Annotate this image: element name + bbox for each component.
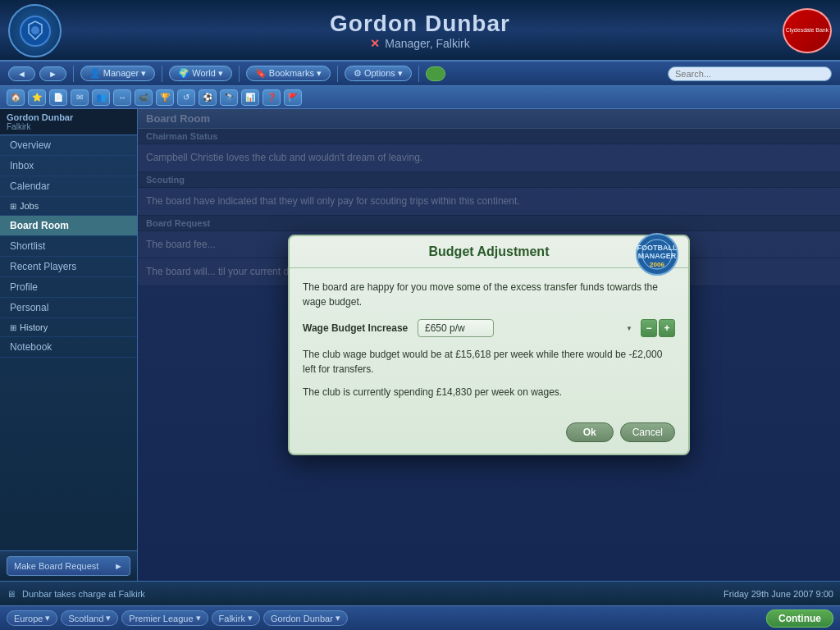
chart-toolbar-btn[interactable]: 📊 <box>241 89 259 106</box>
subtitle-cross: ✕ <box>370 37 380 50</box>
mail-toolbar-btn[interactable]: ✉ <box>71 89 89 106</box>
sidebar-item-board-room[interactable]: Board Room <box>0 216 137 236</box>
arrow-toolbar-btn[interactable]: ↔ <box>113 89 131 106</box>
modal-info-text: The club wage budget would be at £15,618… <box>303 347 675 377</box>
make-board-request-button[interactable]: Make Board Request ► <box>7 556 130 576</box>
modal-spending-text: The club is currently spending £14,830 p… <box>303 385 675 399</box>
green-status-btn[interactable] <box>426 66 445 81</box>
binoculars-toolbar-btn[interactable]: 🔭 <box>220 89 238 106</box>
modal-ok-button[interactable]: Ok <box>566 422 614 442</box>
player-name: Gordon Dunbar <box>330 11 510 37</box>
modal-title: Budget Adjustment <box>429 244 550 258</box>
content-area: Board Room Chairman Status Campbell Chri… <box>138 109 840 581</box>
sidebar-item-recent-players[interactable]: Recent Players <box>0 257 137 277</box>
select-wrapper: £650 p/w £500 p/w £750 p/w £1,000 p/w <box>418 319 637 337</box>
notes-toolbar-btn[interactable]: 📄 <box>49 89 67 106</box>
modal-body: The board are happy for you move some of… <box>290 268 688 422</box>
status-icon: 🖥 <box>7 589 16 599</box>
flag-toolbar-btn[interactable]: 🚩 <box>284 89 302 106</box>
modal-fm-logo: FOOTBALL MANAGER 2006 <box>635 232 680 277</box>
gordon-dunbar-nav-button[interactable]: Gordon Dunbar ▾ <box>263 610 348 626</box>
main-layout: Gordon Dunbar Falkirk Overview Inbox Cal… <box>0 109 840 581</box>
modal-cancel-button[interactable]: Cancel <box>620 422 675 442</box>
manager-menu[interactable]: 👤 Manager ▾ <box>80 66 155 81</box>
sidebar-user-club: Falkirk <box>7 122 130 131</box>
ball-toolbar-btn[interactable]: ⚽ <box>199 89 217 106</box>
modal-header: Budget Adjustment FOOTBALL MANAGER 2006 <box>290 236 688 268</box>
sidebar-item-inbox[interactable]: Inbox <box>0 156 137 176</box>
expand-icon-2: ⊞ <box>10 323 16 332</box>
trophy-toolbar-btn[interactable]: 🏆 <box>156 89 174 106</box>
budget-adjustment-modal: Budget Adjustment FOOTBALL MANAGER 2006 … <box>288 235 690 455</box>
nav-divider-4 <box>337 66 338 82</box>
bottom-nav: Europe ▾ Scotland ▾ Premier League ▾ Fal… <box>0 605 840 630</box>
sidebar-item-history[interactable]: ⊞ History <box>0 318 137 337</box>
sidebar-item-shortlist[interactable]: Shortlist <box>0 236 137 257</box>
sidebar-bottom: Make Board Request ► <box>0 550 137 581</box>
toolbar: 🏠 ⭐ 📄 ✉ 👥 ↔ 📹 🏆 ↺ ⚽ 🔭 📊 ❓ 🚩 <box>0 86 840 109</box>
refresh-toolbar-btn[interactable]: ↺ <box>177 89 195 106</box>
premier-league-nav-button[interactable]: Premier League ▾ <box>121 610 208 626</box>
question-toolbar-btn[interactable]: ❓ <box>262 89 281 106</box>
nav-divider-3 <box>239 66 240 82</box>
sidebar-item-notebook[interactable]: Notebook <box>0 337 137 358</box>
sidebar-item-calendar[interactable]: Calendar <box>0 176 137 197</box>
modal-stepper: − + <box>641 319 675 337</box>
nav-bar: ◄ ► 👤 Manager ▾ 🌍 World ▾ 🔖 Bookmarks ▾ … <box>0 62 840 86</box>
home-toolbar-btn[interactable]: 🏠 <box>7 89 25 106</box>
nav-divider-1 <box>73 66 74 82</box>
world-menu[interactable]: 🌍 World ▾ <box>169 66 232 81</box>
stepper-increase-button[interactable]: + <box>659 319 675 337</box>
svg-text:FOOTBALL: FOOTBALL <box>637 244 678 252</box>
modal-description: The board are happy for you move some of… <box>303 280 675 309</box>
fm-logo <box>8 4 62 57</box>
sidebar-item-profile[interactable]: Profile <box>0 277 137 298</box>
clydesdale-logo: Clydesdale Bank <box>783 8 832 53</box>
modal-footer: Ok Cancel <box>290 422 688 454</box>
stepper-decrease-button[interactable]: − <box>641 319 657 337</box>
svg-text:MANAGER: MANAGER <box>638 252 677 260</box>
people-toolbar-btn[interactable]: 👥 <box>92 89 110 106</box>
sidebar-item-overview[interactable]: Overview <box>0 135 137 156</box>
modal-select-container: £650 p/w £500 p/w £750 p/w £1,000 p/w − … <box>418 319 675 337</box>
sidebar-item-personal[interactable]: Personal <box>0 298 137 318</box>
status-news-text: Dunbar takes charge at Falkirk <box>22 589 145 599</box>
sidebar-user-name: Gordon Dunbar <box>7 112 130 122</box>
svg-text:2006: 2006 <box>650 261 664 268</box>
scotland-nav-button[interactable]: Scotland ▾ <box>61 610 118 626</box>
falkirk-nav-button[interactable]: Falkirk ▾ <box>212 610 260 626</box>
nav-divider-2 <box>162 66 162 82</box>
forward-button[interactable]: ► <box>39 66 66 81</box>
video-toolbar-btn[interactable]: 📹 <box>135 89 153 106</box>
search-input[interactable] <box>668 66 832 81</box>
search-bar <box>450 66 832 81</box>
sidebar: Gordon Dunbar Falkirk Overview Inbox Cal… <box>0 109 138 581</box>
subtitle-role: Manager, Falkirk <box>385 37 469 50</box>
wage-budget-label: Wage Budget Increase <box>303 322 409 334</box>
sidebar-item-jobs[interactable]: ⊞ Jobs <box>0 197 137 216</box>
wage-budget-select[interactable]: £650 p/w £500 p/w £750 p/w £1,000 p/w <box>418 319 494 337</box>
bookmarks-menu[interactable]: 🔖 Bookmarks ▾ <box>246 66 331 81</box>
modal-overlay: Budget Adjustment FOOTBALL MANAGER 2006 … <box>138 109 840 581</box>
star-toolbar-btn[interactable]: ⭐ <box>28 89 46 106</box>
nav-divider-5 <box>418 66 419 82</box>
status-datetime: Friday 29th June 2007 9:00 <box>724 589 833 599</box>
header: Gordon Dunbar ✕ Manager, Falkirk Clydesd… <box>0 0 840 62</box>
player-subtitle: ✕ Manager, Falkirk <box>370 37 469 50</box>
fm-logo-icon <box>19 15 52 48</box>
continue-button[interactable]: Continue <box>766 609 833 628</box>
europe-nav-button[interactable]: Europe ▾ <box>7 610 57 626</box>
status-bar: 🖥 Dunbar takes charge at Falkirk Friday … <box>0 581 840 605</box>
expand-icon: ⊞ <box>10 202 16 211</box>
sidebar-user: Gordon Dunbar Falkirk <box>0 109 137 135</box>
modal-wage-row: Wage Budget Increase £650 p/w £500 p/w £… <box>303 319 675 337</box>
back-button[interactable]: ◄ <box>8 66 35 81</box>
svg-point-1 <box>31 26 39 34</box>
options-menu[interactable]: ⚙ Options ▾ <box>345 66 412 81</box>
